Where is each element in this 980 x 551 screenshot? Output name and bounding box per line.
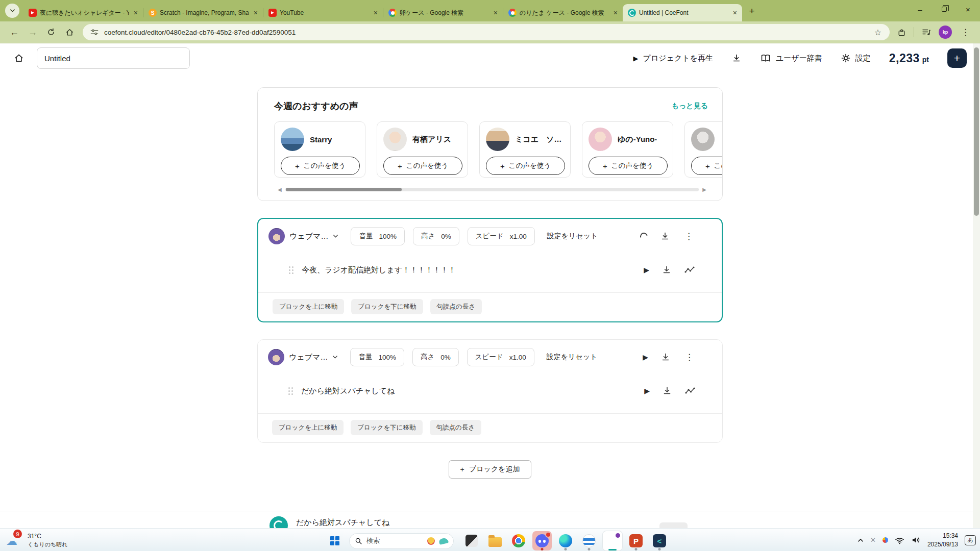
extensions-icon[interactable] bbox=[897, 28, 906, 37]
bookmark-star-icon[interactable]: ☆ bbox=[873, 28, 883, 37]
taskbar-weather-widget[interactable]: ☁ 9 31°C くもりのち晴れ bbox=[5, 530, 68, 550]
back-button[interactable]: ← bbox=[6, 24, 22, 40]
discord-button[interactable] bbox=[532, 531, 552, 550]
speaker-icon[interactable] bbox=[911, 536, 921, 544]
start-button[interactable] bbox=[326, 532, 344, 550]
use-voice-button[interactable]: + この声を使う bbox=[383, 157, 462, 175]
pitch-chip[interactable]: 高さ 0% bbox=[413, 227, 459, 245]
window-close-button[interactable]: × bbox=[956, 0, 980, 18]
block-menu-icon[interactable]: ⋮ bbox=[683, 352, 696, 363]
wifi-icon[interactable] bbox=[895, 536, 904, 544]
download-icon[interactable] bbox=[662, 386, 672, 396]
download-project-button[interactable] bbox=[731, 53, 742, 63]
app-home-button[interactable] bbox=[13, 53, 24, 64]
play-icon[interactable]: ▶ bbox=[643, 353, 648, 361]
clock-widget[interactable]: 15:34 2025/09/13 bbox=[927, 532, 958, 548]
file-explorer-button[interactable] bbox=[485, 531, 505, 550]
chrome-active-button[interactable] bbox=[603, 531, 622, 550]
tray-app-icon[interactable] bbox=[883, 537, 888, 543]
browser-tab[interactable]: 卵ケース - Google 検索 × bbox=[383, 4, 503, 21]
speed-chip[interactable]: スピード x1.00 bbox=[467, 348, 534, 366]
carousel-left-icon[interactable]: ◀ bbox=[274, 187, 285, 192]
chrome-button[interactable] bbox=[509, 531, 528, 550]
drag-handle-icon[interactable] bbox=[288, 387, 293, 395]
voice-selector[interactable]: ウェブマ… bbox=[268, 349, 338, 365]
speech-text[interactable]: だから絶対スパチャしてね bbox=[301, 386, 644, 396]
browser-tab[interactable]: YouTube × bbox=[263, 4, 383, 21]
speech-block-selected[interactable]: ウェブマ… 音量 100% 高さ 0% スピード x1.00 設定をリセット bbox=[257, 218, 723, 322]
speech-text[interactable]: 今夜、ラジオ配信絶対します！！！！！！！ bbox=[302, 265, 644, 275]
voice-selector[interactable]: ウェブマ… bbox=[268, 228, 338, 244]
profile-avatar[interactable]: kp bbox=[939, 26, 952, 39]
intonation-icon[interactable] bbox=[684, 265, 695, 274]
play-project-button[interactable]: ▶ プロジェクトを再生 bbox=[633, 54, 713, 63]
task-view-button[interactable] bbox=[462, 531, 481, 550]
window-restore-button[interactable] bbox=[932, 0, 956, 18]
coefont-app-button[interactable] bbox=[650, 531, 669, 550]
download-icon[interactable] bbox=[662, 265, 672, 275]
use-voice-button[interactable]: + この声を使う bbox=[589, 157, 668, 175]
tab-close-icon[interactable]: × bbox=[492, 9, 500, 16]
address-bar[interactable]: coefont.cloud/editor/0480e2ad-cb76-45b2-… bbox=[83, 24, 890, 40]
new-tab-button[interactable]: + bbox=[744, 4, 760, 19]
volume-chip[interactable]: 音量 100% bbox=[350, 348, 404, 366]
move-block-down-button[interactable]: ブロックを下に移動 bbox=[351, 420, 422, 435]
pause-length-button[interactable]: 句読点の長さ bbox=[430, 420, 482, 435]
home-button[interactable] bbox=[61, 24, 78, 40]
play-icon[interactable]: ▶ bbox=[644, 387, 650, 395]
volume-chip[interactable]: 音量 100% bbox=[351, 227, 405, 245]
tab-search-button[interactable] bbox=[5, 4, 19, 18]
intonation-icon[interactable] bbox=[684, 386, 696, 395]
edge-button[interactable] bbox=[556, 531, 575, 550]
block-menu-icon[interactable]: ⋮ bbox=[682, 231, 695, 242]
speed-chip[interactable]: スピード x1.00 bbox=[468, 227, 535, 245]
add-block-button[interactable]: + ブロックを追加 bbox=[449, 460, 532, 479]
move-block-up-button[interactable]: ブロックを上に移動 bbox=[272, 420, 344, 435]
browser-tab[interactable]: のりたま ケース - Google 検索 × bbox=[503, 4, 623, 21]
browser-tab-active[interactable]: Untitled | CoeFont × bbox=[623, 4, 742, 21]
download-icon[interactable] bbox=[660, 231, 670, 241]
carousel-scroll-track[interactable] bbox=[285, 188, 699, 191]
move-block-up-button[interactable]: ブロックを上に移動 bbox=[273, 299, 344, 314]
play-icon[interactable]: ▶ bbox=[644, 266, 649, 274]
tab-close-icon[interactable]: × bbox=[372, 9, 380, 16]
tray-x-icon[interactable]: ✕ bbox=[870, 536, 876, 544]
page-scrollbar[interactable] bbox=[973, 43, 980, 528]
tab-close-icon[interactable]: × bbox=[132, 9, 140, 16]
pitch-chip[interactable]: 高さ 0% bbox=[412, 348, 459, 366]
page-scrollbar-thumb[interactable] bbox=[974, 47, 979, 216]
tab-close-icon[interactable]: × bbox=[252, 9, 260, 16]
carousel-scroll-thumb[interactable] bbox=[286, 188, 402, 191]
see-more-link[interactable]: もっと見る bbox=[672, 102, 708, 111]
reset-settings-button[interactable]: 設定をリセット bbox=[547, 353, 598, 362]
browser-tab[interactable]: 夜に聴きたいオシャレギター - YouTu × bbox=[23, 4, 143, 21]
settings-button[interactable]: 設定 bbox=[841, 53, 871, 63]
media-playlist-icon[interactable] bbox=[921, 28, 932, 37]
pause-length-button[interactable]: 句読点の長さ bbox=[430, 299, 482, 314]
app-button[interactable] bbox=[579, 531, 599, 550]
download-icon[interactable] bbox=[660, 352, 671, 362]
reload-button[interactable] bbox=[43, 24, 59, 40]
window-minimize-button[interactable]: – bbox=[908, 0, 932, 18]
tab-close-icon[interactable]: × bbox=[731, 9, 739, 16]
user-dictionary-button[interactable]: ユーザー辞書 bbox=[760, 54, 822, 63]
browser-tab[interactable]: Scratch - Imagine, Program, Sha × bbox=[143, 4, 263, 21]
add-points-button[interactable]: + bbox=[947, 48, 967, 68]
use-voice-button[interactable]: + この声を使う bbox=[486, 157, 565, 175]
hidden-icons-chevron-icon[interactable] bbox=[857, 538, 864, 542]
reset-settings-button[interactable]: 設定をリセット bbox=[547, 232, 598, 241]
site-settings-icon[interactable] bbox=[90, 28, 99, 36]
project-title-input[interactable] bbox=[37, 47, 190, 69]
move-block-down-button[interactable]: ブロックを下に移動 bbox=[351, 299, 423, 314]
speech-block[interactable]: ウェブマ… 音量 100% 高さ 0% スピード x1.00 設定をリセット bbox=[257, 339, 723, 443]
drag-handle-icon[interactable] bbox=[289, 266, 293, 274]
url-text[interactable]: coefont.cloud/editor/0480e2ad-cb76-45b2-… bbox=[104, 29, 873, 36]
tab-close-icon[interactable]: × bbox=[611, 9, 620, 16]
use-voice-button[interactable]: + この声を使う bbox=[691, 157, 723, 175]
powerpoint-button[interactable] bbox=[626, 531, 646, 550]
taskbar-search-box[interactable]: 検索 bbox=[349, 533, 454, 549]
use-voice-button[interactable]: + この声を使う bbox=[281, 157, 360, 175]
browser-menu-icon[interactable]: ⋮ bbox=[959, 27, 972, 38]
carousel-right-icon[interactable]: ▶ bbox=[699, 187, 710, 192]
forward-button[interactable]: → bbox=[24, 24, 41, 40]
